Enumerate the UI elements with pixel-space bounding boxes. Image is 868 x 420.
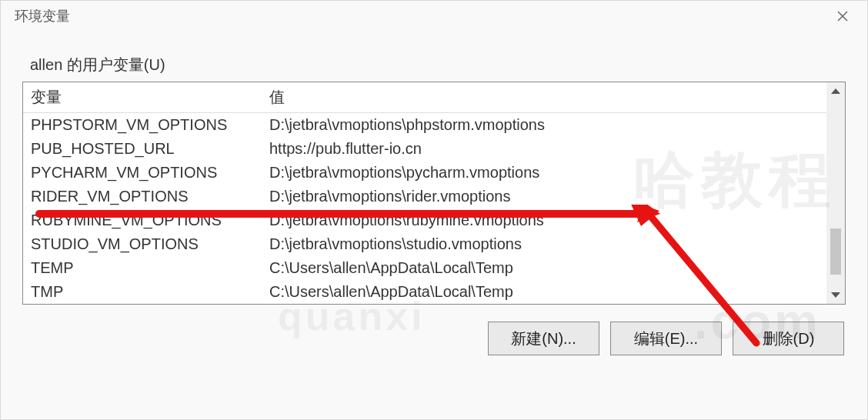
- edit-button[interactable]: 编辑(E)...: [610, 322, 722, 355]
- cell-val: D:\jetbra\vmoptions\phpstorm.vmoptions: [262, 113, 826, 138]
- cell-var: PHPSTORM_VM_OPTIONS: [23, 113, 262, 138]
- table-row[interactable]: TEMP C:\Users\allen\AppData\Local\Temp: [23, 256, 826, 280]
- env-vars-window: 环境变量 allen 的用户变量(U) 变量 值: [0, 0, 868, 420]
- scroll-thumb[interactable]: [830, 228, 841, 275]
- table-row[interactable]: RIDER_VM_OPTIONS D:\jetbra\vmoptions\rid…: [23, 185, 826, 208]
- window-title: 环境变量: [15, 7, 70, 25]
- col-header-variable[interactable]: 变量: [23, 82, 262, 113]
- group-label: allen 的用户变量(U): [24, 55, 172, 75]
- cell-val: D:\jetbra\vmoptions\rubymine.vmoptions: [262, 208, 826, 232]
- content-area: allen 的用户变量(U) 变量 值 PHPSTORM_VM_OPTIONS …: [1, 32, 867, 371]
- vertical-scrollbar[interactable]: [826, 82, 845, 304]
- scroll-down-icon[interactable]: [831, 292, 840, 298]
- cell-var: TMP: [23, 280, 262, 304]
- cell-val: D:\jetbra\vmoptions\studio.vmoptions: [262, 232, 826, 256]
- cell-var: STUDIO_VM_OPTIONS: [23, 232, 262, 256]
- col-header-value[interactable]: 值: [262, 82, 826, 113]
- table-row[interactable]: PHPSTORM_VM_OPTIONS D:\jetbra\vmoptions\…: [23, 113, 826, 138]
- close-button[interactable]: [827, 4, 858, 28]
- cell-val: C:\Users\allen\AppData\Local\Temp: [262, 280, 826, 304]
- table-row[interactable]: RUBYMINE_VM_OPTIONS D:\jetbra\vmoptions\…: [23, 208, 826, 232]
- cell-val: D:\jetbra\vmoptions\rider.vmoptions: [262, 185, 826, 208]
- cell-var: RUBYMINE_VM_OPTIONS: [23, 208, 262, 232]
- new-button[interactable]: 新建(N)...: [488, 322, 599, 355]
- table-row[interactable]: PYCHARM_VM_OPTIONS D:\jetbra\vmoptions\p…: [23, 161, 826, 185]
- cell-var: RIDER_VM_OPTIONS: [23, 185, 262, 208]
- scroll-up-icon[interactable]: [831, 88, 840, 94]
- table-row[interactable]: TMP C:\Users\allen\AppData\Local\Temp: [23, 280, 826, 304]
- action-buttons: 新建(N)... 编辑(E)... 删除(D): [22, 322, 846, 355]
- cell-var: PUB_HOSTED_URL: [23, 137, 262, 161]
- cell-var: PYCHARM_VM_OPTIONS: [23, 161, 262, 185]
- titlebar: 环境变量: [1, 1, 867, 32]
- cell-var: TEMP: [23, 256, 262, 280]
- cell-val: https://pub.flutter-io.cn: [262, 137, 826, 161]
- user-vars-group: allen 的用户变量(U) 变量 值 PHPSTORM_VM_OPTIONS …: [22, 55, 846, 355]
- table-header-row: 变量 值: [23, 82, 826, 113]
- table-row[interactable]: STUDIO_VM_OPTIONS D:\jetbra\vmoptions\st…: [23, 232, 826, 256]
- env-table: 变量 值 PHPSTORM_VM_OPTIONS D:\jetbra\vmopt…: [23, 82, 826, 304]
- close-icon: [837, 11, 848, 22]
- cell-val: C:\Users\allen\AppData\Local\Temp: [262, 256, 826, 280]
- env-table-wrapper: 变量 值 PHPSTORM_VM_OPTIONS D:\jetbra\vmopt…: [22, 82, 846, 305]
- delete-button[interactable]: 删除(D): [733, 322, 844, 355]
- table-row[interactable]: PUB_HOSTED_URL https://pub.flutter-io.cn: [23, 137, 826, 161]
- env-table-scroll[interactable]: 变量 值 PHPSTORM_VM_OPTIONS D:\jetbra\vmopt…: [23, 82, 826, 304]
- cell-val: D:\jetbra\vmoptions\pycharm.vmoptions: [262, 161, 826, 185]
